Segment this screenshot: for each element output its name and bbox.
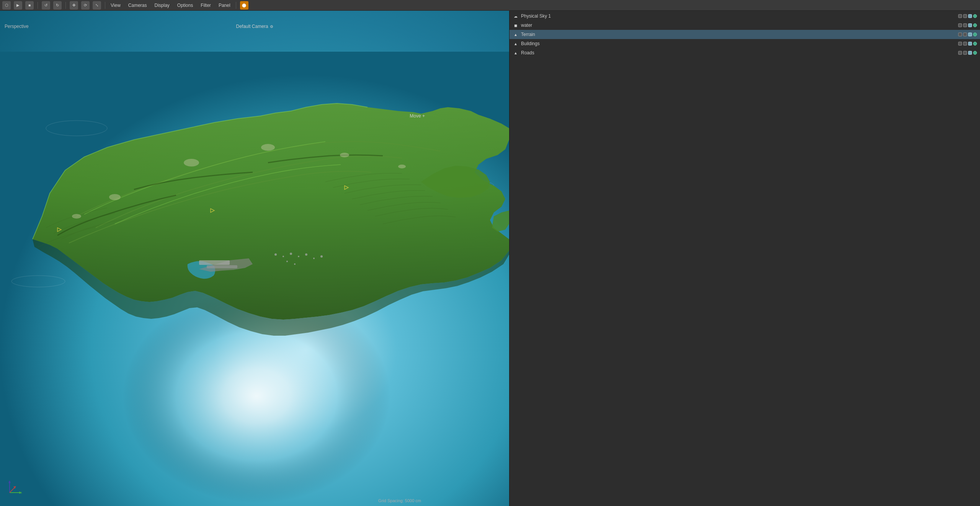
terrain-ctrl-3[interactable]: [968, 33, 972, 36]
roads-ctrl-3[interactable]: [968, 51, 972, 55]
scene-item-terrain[interactable]: ▲ Terrain: [510, 30, 980, 39]
svg-point-19: [184, 159, 199, 166]
move-label: Move +: [410, 113, 425, 119]
toolbar-btn-8[interactable]: ⤡: [93, 1, 101, 10]
sky-ctrl-4[interactable]: [973, 14, 977, 18]
svg-point-18: [109, 194, 121, 200]
buildings-item-controls: [958, 42, 977, 46]
svg-point-16: [286, 261, 288, 262]
terrain-ctrl-2[interactable]: [963, 33, 967, 36]
scene-item-sky[interactable]: ☁ Physical Sky 1: [510, 11, 980, 21]
roads-ctrl-1[interactable]: [958, 51, 962, 55]
svg-point-21: [340, 153, 349, 157]
buildings-icon: ▲: [513, 41, 519, 47]
svg-point-17: [294, 263, 296, 265]
water-icon: ◼: [513, 22, 519, 28]
viewport-camera-label: Default Camera ⚙: [236, 24, 273, 29]
main-toolbar: ⬡ ▶ ■ ↺ ↻ ✥ ⟳ ⤡ View Cameras Display Opt…: [0, 0, 980, 11]
toolbar-btn-1[interactable]: ⬡: [2, 1, 11, 10]
menu-options[interactable]: Options: [176, 2, 194, 9]
toolbar-btn-render[interactable]: ⬤: [240, 1, 248, 10]
terrain-item-name: Terrain: [521, 32, 956, 37]
grid-spacing-label: Grid Spacing: 5000 cm: [378, 498, 421, 503]
buildings-item-name: Buildings: [521, 41, 956, 46]
camera-settings-icon[interactable]: ⚙: [270, 24, 273, 29]
svg-point-14: [313, 258, 315, 259]
svg-point-20: [261, 144, 275, 151]
water-ctrl-1[interactable]: [958, 23, 962, 27]
roads-item-controls: [958, 51, 977, 55]
toolbar-sep-3: [105, 2, 105, 9]
terrain-ctrl-4[interactable]: [973, 33, 977, 36]
viewport-perspective-label: Perspective: [5, 24, 29, 29]
scene-object-list: ☁ Physical Sky 1 ◼ water ▲ Terrain: [510, 10, 980, 260]
water-ctrl-4[interactable]: [973, 23, 977, 27]
svg-rect-8: [207, 265, 237, 268]
svg-point-11: [290, 253, 292, 255]
scene-item-roads[interactable]: ▲ Roads: [510, 48, 980, 57]
toolbar-btn-7[interactable]: ⟳: [81, 1, 90, 10]
toolbar-sep-4: [236, 2, 236, 9]
roads-ctrl-4[interactable]: [973, 51, 977, 55]
roads-ctrl-2[interactable]: [963, 51, 967, 55]
sky-ctrl-3[interactable]: [968, 14, 972, 18]
svg-point-22: [398, 165, 406, 168]
buildings-ctrl-4[interactable]: [973, 42, 977, 46]
sky-ctrl-1[interactable]: [958, 14, 962, 18]
scene-item-water[interactable]: ◼ water: [510, 21, 980, 30]
svg-point-10: [283, 256, 284, 257]
scene-item-buildings[interactable]: ▲ Buildings: [510, 39, 980, 48]
menu-panel[interactable]: Panel: [217, 2, 232, 9]
menu-cameras[interactable]: Cameras: [127, 2, 149, 9]
svg-point-23: [72, 214, 81, 219]
axis-indicator: X Y: [8, 479, 23, 495]
3d-viewport[interactable]: Perspective Default Camera ⚙ Move + X Y …: [0, 11, 509, 506]
properties-panel: [510, 260, 980, 506]
toolbar-btn-6[interactable]: ✥: [70, 1, 78, 10]
toolbar-btn-5[interactable]: ↻: [53, 1, 62, 10]
menu-bar: View Cameras Display Options Filter Pane…: [109, 2, 232, 9]
toolbar-sep-1: [38, 2, 38, 9]
svg-point-12: [298, 256, 299, 257]
roads-icon: ▲: [513, 50, 519, 56]
menu-view[interactable]: View: [109, 2, 122, 9]
svg-text:Y: Y: [8, 480, 11, 484]
right-panel: ⟳ ↓ ⚙ ☁ Physical Sky 1 ◼ water: [509, 0, 980, 506]
sky-item-controls: [958, 14, 977, 18]
terrain-icon: ▲: [513, 31, 519, 38]
buildings-ctrl-1[interactable]: [958, 42, 962, 46]
terrain-ctrl-1[interactable]: [958, 33, 962, 36]
svg-text:X: X: [20, 491, 22, 495]
svg-point-15: [320, 255, 323, 258]
sky-icon: ☁: [513, 13, 519, 19]
svg-point-13: [305, 253, 307, 256]
menu-display[interactable]: Display: [153, 2, 171, 9]
svg-line-28: [10, 488, 15, 493]
svg-point-9: [274, 253, 277, 256]
buildings-ctrl-3[interactable]: [968, 42, 972, 46]
terrain-item-controls: [958, 33, 977, 36]
water-ctrl-2[interactable]: [963, 23, 967, 27]
toolbar-btn-4[interactable]: ↺: [42, 1, 50, 10]
buildings-ctrl-2[interactable]: [963, 42, 967, 46]
terrain-view: [0, 34, 509, 506]
water-ctrl-3[interactable]: [968, 23, 972, 27]
sky-item-name: Physical Sky 1: [521, 13, 956, 19]
sky-ctrl-2[interactable]: [963, 14, 967, 18]
svg-rect-7: [199, 260, 230, 265]
roads-item-name: Roads: [521, 50, 956, 55]
water-item-name: water: [521, 23, 956, 28]
toolbar-btn-3[interactable]: ■: [25, 1, 34, 10]
toolbar-sep-2: [65, 2, 66, 9]
water-item-controls: [958, 23, 977, 27]
menu-filter[interactable]: Filter: [199, 2, 212, 9]
toolbar-btn-2[interactable]: ▶: [14, 1, 22, 10]
